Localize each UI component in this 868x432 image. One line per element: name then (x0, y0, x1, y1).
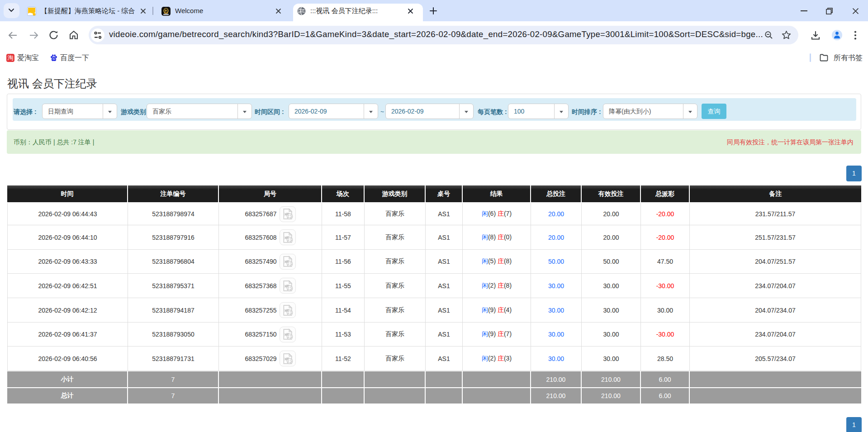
svg-text:du: du (52, 57, 55, 60)
